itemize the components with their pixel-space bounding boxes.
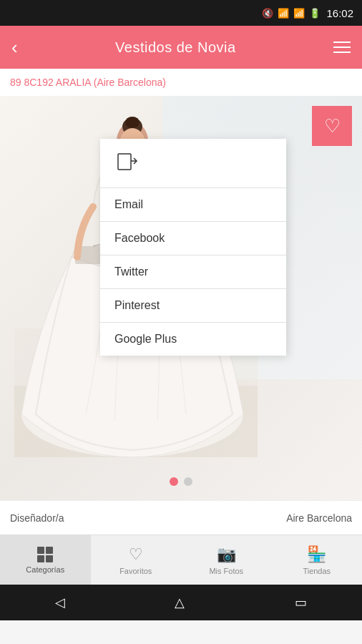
nav-item-mis-fotos[interactable]: 📷 Mis Fotos (181, 535, 272, 585)
android-recents-button[interactable]: ▭ (295, 595, 307, 610)
android-back-button[interactable]: ◁ (55, 595, 65, 610)
svg-rect-8 (118, 154, 131, 170)
signal-icon: 📶 (293, 8, 305, 19)
menu-line-2 (333, 47, 351, 48)
menu-line-3 (333, 52, 351, 53)
header-title: Vestidos de Novia (115, 39, 236, 56)
wifi-icon: 📶 (278, 8, 289, 19)
android-nav-bar: ◁ △ ▭ (0, 585, 362, 620)
dot-1[interactable] (170, 477, 178, 486)
store-nav-icon: 🏪 (307, 545, 326, 564)
nav-item-tiendas[interactable]: 🏪 Tiendas (272, 535, 363, 585)
mute-icon: 🔇 (262, 8, 273, 19)
grid-icon (37, 547, 53, 562)
svg-point-6 (125, 117, 140, 128)
share-googleplus-item[interactable]: Google Plus (100, 323, 286, 356)
back-button[interactable]: ‹ (11, 36, 18, 59)
share-menu: Email Facebook Twitter Pinterest Google … (100, 139, 286, 356)
product-title-text: 89 8C192 ARALIA (Aire Barcelona) (10, 77, 166, 88)
carousel-dots (170, 477, 192, 486)
nav-label-categorias: Categorías (26, 565, 64, 574)
heart-nav-icon: ♡ (129, 545, 143, 564)
product-title-bar: 89 8C192 ARALIA (Aire Barcelona) (0, 69, 362, 96)
heart-icon: ♡ (324, 117, 341, 135)
nav-label-favoritos: Favoritos (119, 567, 152, 575)
nav-label-mis-fotos: Mis Fotos (209, 567, 243, 575)
dot-2[interactable] (184, 477, 192, 486)
status-bar: 🔇 📶 📶 🔋 16:02 (0, 0, 362, 26)
menu-button[interactable] (333, 42, 351, 53)
share-email-item[interactable]: Email (100, 188, 286, 222)
designer-label: Diseñador/a (0, 512, 181, 524)
favorite-button[interactable]: ♡ (312, 106, 352, 146)
product-info-bar: Diseñador/a Aire Barcelona (0, 500, 362, 535)
nav-label-tiendas: Tiendas (303, 567, 331, 575)
android-home-button[interactable]: △ (175, 595, 185, 610)
camera-nav-icon: 📷 (217, 545, 236, 564)
menu-line-1 (333, 42, 351, 43)
nav-item-categorias[interactable]: Categorías (0, 535, 91, 585)
product-image-area: ♡ Email Facebook Twitter Pinterest Googl… (0, 96, 362, 500)
share-menu-header (100, 139, 286, 188)
battery-icon: 🔋 (309, 8, 321, 19)
status-icons: 🔇 📶 📶 🔋 (262, 8, 321, 19)
share-pinterest-item[interactable]: Pinterest (100, 289, 286, 323)
app-header: ‹ Vestidos de Novia (0, 26, 362, 69)
nav-item-favoritos[interactable]: ♡ Favoritos (91, 535, 182, 585)
share-export-icon (114, 150, 140, 176)
designer-value: Aire Barcelona (181, 512, 362, 524)
dress-background: ♡ Email Facebook Twitter Pinterest Googl… (0, 96, 362, 500)
share-facebook-item[interactable]: Facebook (100, 222, 286, 255)
share-twitter-item[interactable]: Twitter (100, 255, 286, 289)
status-time: 16:02 (326, 7, 353, 19)
bottom-navigation: Categorías ♡ Favoritos 📷 Mis Fotos 🏪 Tie… (0, 535, 362, 585)
